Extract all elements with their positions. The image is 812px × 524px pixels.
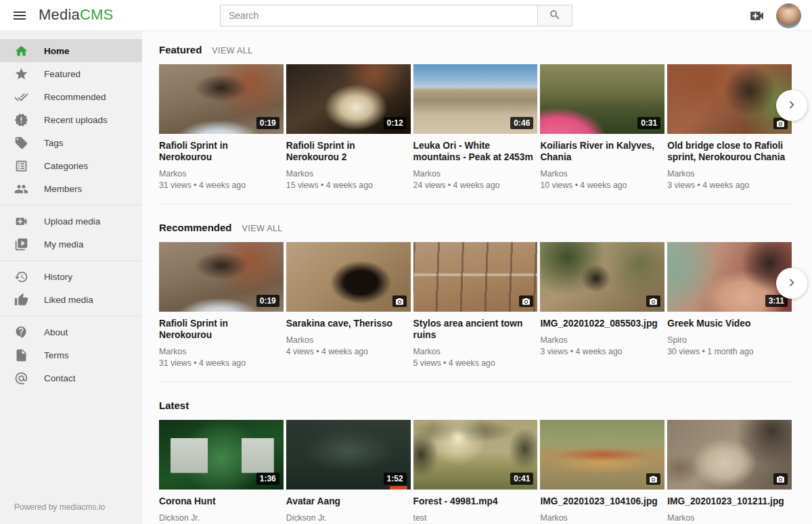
search-input[interactable]	[220, 5, 538, 26]
sidebar-item-home[interactable]: Home	[0, 39, 142, 62]
media-thumbnail[interactable]: 0:19	[159, 64, 284, 134]
hamburger-menu-button[interactable]	[12, 7, 29, 24]
search-button[interactable]	[537, 5, 572, 26]
media-card[interactable]: Sarakina cave, Therisso Markos 4 views •…	[286, 242, 411, 368]
media-author[interactable]: Markos	[286, 335, 411, 345]
media-card[interactable]: 0:41 Forest - 49981.mp4 test 17 views • …	[413, 420, 538, 524]
sidebar-item-upload-media[interactable]: Upload media	[0, 210, 142, 233]
media-thumbnail[interactable]: 0:41	[413, 420, 538, 490]
media-title[interactable]: Forest - 49981.mp4	[413, 496, 538, 508]
media-card[interactable]: 0:19 Rafioli Sprint in Nerokourou Markos…	[159, 242, 284, 368]
logo[interactable]: MediaCMS	[39, 6, 113, 24]
duration-badge: 0:41	[510, 473, 533, 485]
media-author[interactable]: Markos	[540, 513, 664, 523]
media-author[interactable]: test	[413, 513, 538, 523]
media-author[interactable]: Markos	[667, 513, 792, 523]
media-author[interactable]: Markos	[413, 169, 538, 178]
sidebar-item-categories[interactable]: Categories	[0, 154, 142, 177]
media-thumbnail[interactable]	[540, 420, 664, 490]
media-card[interactable]: 1:36 Corona Hunt Dickson Jr. 6 views • 4…	[159, 420, 284, 524]
media-author[interactable]: Markos	[159, 169, 284, 178]
media-thumbnail[interactable]	[540, 242, 664, 312]
sidebar-item-recent-uploads[interactable]: Recent uploads	[0, 108, 142, 131]
media-card[interactable]: 0:19 Rafioli Sprint in Nerokourou Markos…	[159, 64, 284, 190]
sidebar-item-members[interactable]: Members	[0, 177, 142, 200]
upload-media-button[interactable]	[748, 7, 766, 24]
sidebar-item-history[interactable]: History	[0, 265, 142, 288]
media-card[interactable]: 3:11 Greek Music Video Spiro 30 views • …	[667, 242, 792, 368]
sidebar-item-label: History	[44, 272, 72, 282]
next-arrow-button[interactable]	[776, 268, 807, 299]
media-author[interactable]: Markos	[286, 169, 411, 178]
media-thumbnail[interactable]	[667, 420, 792, 490]
media-meta: 31 views • 4 weeks ago	[159, 358, 284, 368]
media-thumbnail[interactable]: 3:11	[667, 242, 792, 312]
media-thumbnail[interactable]: 0:46	[413, 64, 538, 134]
media-card[interactable]: 0:46 Leuka Ori - White mountains - Peak …	[413, 64, 538, 190]
media-author[interactable]: Markos	[159, 347, 284, 356]
sidebar-item-tags[interactable]: Tags	[0, 131, 142, 154]
sidebar-group: History Liked media	[0, 263, 142, 316]
media-title[interactable]: Old bridge close to Rafioli sprint, Nero…	[667, 141, 792, 164]
view-all-link[interactable]: VIEW ALL	[242, 224, 283, 233]
media-thumbnail[interactable]: 0:31	[540, 64, 664, 134]
media-author[interactable]: Markos	[413, 347, 538, 356]
media-title[interactable]: IMG_20201022_085503.jpg	[540, 318, 664, 330]
media-card[interactable]: 1:52 Avatar Aang Dickson Jr. 12 views • …	[286, 420, 411, 524]
media-author[interactable]: Markos	[667, 169, 792, 178]
media-title[interactable]: Leuka Ori - White mountains - Peak at 24…	[413, 141, 538, 164]
media-author[interactable]: Markos	[540, 335, 664, 345]
media-title[interactable]: Rafioli Sprint in Nerokourou	[159, 141, 284, 164]
mediacms-app: MediaCMS Home Featured Recommended Recen…	[0, 0, 812, 524]
media-card[interactable]: 0:31 Koiliaris River in Kalyves, Chania …	[540, 64, 664, 190]
media-thumbnail[interactable]: 1:36	[159, 420, 284, 490]
media-thumbnail[interactable]: 1:52	[286, 420, 411, 490]
media-thumbnail[interactable]: 0:12	[286, 64, 411, 134]
media-title[interactable]: Avatar Aang	[286, 496, 411, 508]
media-card[interactable]: IMG_20201023_101211.jpg Markos 4 views •…	[667, 420, 792, 524]
media-title[interactable]: Corona Hunt	[159, 496, 284, 508]
media-author[interactable]: Markos	[540, 169, 664, 178]
media-title[interactable]: Rafioli Sprint in Nerokourou	[159, 318, 284, 341]
media-author[interactable]: Dickson Jr.	[286, 513, 411, 523]
powered-by-link[interactable]: Powered by mediacms.io	[0, 493, 142, 524]
media-card[interactable]: Stylos area ancient town ruins Markos 5 …	[413, 242, 538, 368]
done-all-icon	[14, 90, 28, 104]
user-avatar[interactable]	[776, 3, 801, 28]
media-title[interactable]: Stylos area ancient town ruins	[413, 318, 538, 341]
media-title[interactable]: IMG_20201023_104106.jpg	[540, 496, 664, 508]
sidebar-group: About Terms Contact	[0, 318, 142, 394]
section-recommended: Recommended VIEW ALL 0:19 Rafioli Sprint…	[159, 222, 792, 382]
media-card[interactable]: 0:12 Rafioli Sprint in Nerokourou 2 Mark…	[286, 64, 411, 190]
media-thumbnail[interactable]: 0:19	[159, 242, 284, 312]
sidebar-item-featured[interactable]: Featured	[0, 62, 142, 85]
media-title[interactable]: IMG_20201023_101211.jpg	[667, 496, 792, 508]
media-author[interactable]: Dickson Jr.	[159, 513, 284, 523]
media-meta: 10 views • 4 weeks ago	[540, 181, 664, 190]
sidebar-item-recommended[interactable]: Recommended	[0, 85, 142, 108]
section-latest: Latest 1:36 Corona Hunt Dickson Jr. 6 vi…	[159, 400, 792, 524]
media-thumbnail[interactable]	[413, 242, 538, 312]
media-title[interactable]: Sarakina cave, Therisso	[286, 318, 411, 330]
media-title[interactable]: Greek Music Video	[667, 318, 792, 330]
media-title[interactable]: Rafioli Sprint in Nerokourou 2	[286, 141, 411, 164]
sidebar-item-terms[interactable]: Terms	[0, 343, 142, 366]
media-meta: 30 views • 1 month ago	[667, 347, 792, 356]
next-arrow-button[interactable]	[776, 90, 807, 121]
media-card[interactable]: Old bridge close to Rafioli sprint, Nero…	[667, 64, 792, 190]
media-author[interactable]: Spiro	[667, 335, 792, 345]
sidebar-item-contact[interactable]: Contact	[0, 366, 142, 389]
media-card[interactable]: IMG_20201022_085503.jpg Markos 3 views •…	[540, 242, 664, 368]
view-all-link[interactable]: VIEW ALL	[212, 46, 252, 55]
section-title: Latest	[159, 400, 189, 411]
sidebar-item-label: Home	[44, 46, 70, 56]
media-thumbnail[interactable]	[286, 242, 411, 312]
members-icon	[14, 182, 28, 196]
sidebar-item-liked-media[interactable]: Liked media	[0, 288, 142, 311]
media-title[interactable]: Koiliaris River in Kalyves, Chania	[540, 141, 664, 164]
sidebar-item-my-media[interactable]: My media	[0, 233, 142, 256]
sidebar-item-about[interactable]: About	[0, 320, 142, 343]
media-thumbnail[interactable]	[667, 64, 792, 134]
section-title: Featured	[159, 44, 202, 55]
media-card[interactable]: IMG_20201023_104106.jpg Markos 4 views •…	[540, 420, 664, 524]
